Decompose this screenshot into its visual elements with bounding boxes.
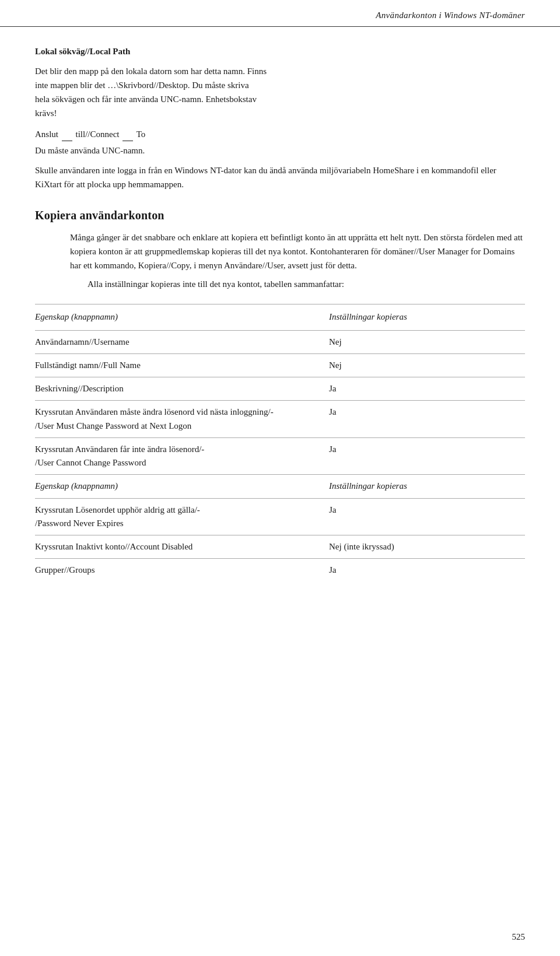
page-content: Lokal sökväg//Local Path Det blir den ma… xyxy=(0,44,560,617)
header-title: Användarkonton i Windows NT-domäner xyxy=(376,10,525,20)
table-section: Egenskap (knappnamn) Inställningar kopie… xyxy=(35,304,525,582)
val-fullname: Nej xyxy=(329,353,525,377)
local-path-heading: Lokal sökväg//Local Path xyxy=(35,44,525,58)
table-row: Användarnamn//Username Nej xyxy=(35,330,525,353)
page-header: Användarkonton i Windows NT-domäner xyxy=(0,0,560,27)
table-row: Beskrivning//Description Ja xyxy=(35,377,525,401)
val-username: Nej xyxy=(329,330,525,353)
blank1 xyxy=(62,127,72,141)
local-path-bold: Lokal sökväg//Local Path xyxy=(35,47,130,56)
val-account-disabled: Nej (inte ikryssad) xyxy=(329,535,525,559)
prop-username: Användarnamn//Username xyxy=(35,330,329,353)
table-header-row: Egenskap (knappnamn) Inställningar kopie… xyxy=(35,304,525,330)
prop-description: Beskrivning//Description xyxy=(35,377,329,401)
table-col-value-header: Inställningar kopieras xyxy=(329,304,525,330)
table-row: Kryssrutan Användaren får inte ändra lös… xyxy=(35,437,525,475)
table-row: Kryssrutan Inaktivt konto//Account Disab… xyxy=(35,535,525,559)
table-row: Grupper//Groups Ja xyxy=(35,559,525,582)
kopiera-body: Många gånger är det snabbare och enklare… xyxy=(70,230,525,291)
blank2 xyxy=(123,127,133,141)
table-row: Fullständigt namn//Full Name Nej xyxy=(35,353,525,377)
kopiera-section: Kopiera användarkonton Många gånger är d… xyxy=(35,209,525,582)
page-number: 525 xyxy=(512,932,526,942)
prop-never-expires: Kryssrutan Lösenordet upphör aldrig att … xyxy=(35,498,329,535)
table-row: Kryssrutan Lösenordet upphör aldrig att … xyxy=(35,498,525,535)
connect-to: till//Connect xyxy=(76,129,120,139)
val-must-change: Ja xyxy=(329,401,525,438)
table-header-row-2: Egenskap (knappnamn) Inställningar kopie… xyxy=(35,475,525,498)
val-cannot-change: Ja xyxy=(329,437,525,475)
val-never-expires: Ja xyxy=(329,498,525,535)
properties-table: Egenskap (knappnamn) Inställningar kopie… xyxy=(35,304,525,582)
val-groups: Ja xyxy=(329,559,525,582)
table-row: Kryssrutan Användaren måste ändra löseno… xyxy=(35,401,525,438)
prop-cannot-change: Kryssrutan Användaren får inte ändra lös… xyxy=(35,437,329,475)
connect-line: Anslut till//Connect To xyxy=(35,127,525,141)
kopiera-heading: Kopiera användarkonton xyxy=(35,209,525,222)
table-col-value-header-2: Inställningar kopieras xyxy=(329,475,525,498)
connect-label: Anslut xyxy=(35,129,58,139)
table-col-property-header: Egenskap (knappnamn) xyxy=(35,304,329,330)
table-body: Användarnamn//Username Nej Fullständigt … xyxy=(35,330,525,582)
prop-fullname: Fullständigt namn//Full Name xyxy=(35,353,329,377)
table-col-property-header-2: Egenskap (knappnamn) xyxy=(35,475,329,498)
nt-desc: Skulle användaren inte logga in från en … xyxy=(35,163,525,191)
alla-settings: Alla inställningar kopieras inte till de… xyxy=(70,277,525,291)
kopiera-p1: Många gånger är det snabbare och enklare… xyxy=(70,230,525,272)
prop-groups: Grupper//Groups xyxy=(35,559,329,582)
val-description: Ja xyxy=(329,377,525,401)
local-path-section: Lokal sökväg//Local Path Det blir den ma… xyxy=(35,44,525,191)
prop-must-change: Kryssrutan Användaren måste ändra löseno… xyxy=(35,401,329,438)
connect-to2: To xyxy=(136,129,146,139)
page: Användarkonton i Windows NT-domäner Loka… xyxy=(0,0,560,956)
connect-desc: Du måste använda UNC-namn. xyxy=(35,143,525,157)
local-path-desc: Det blir den mapp på den lokala datorn s… xyxy=(35,64,525,120)
prop-account-disabled: Kryssrutan Inaktivt konto//Account Disab… xyxy=(35,535,329,559)
